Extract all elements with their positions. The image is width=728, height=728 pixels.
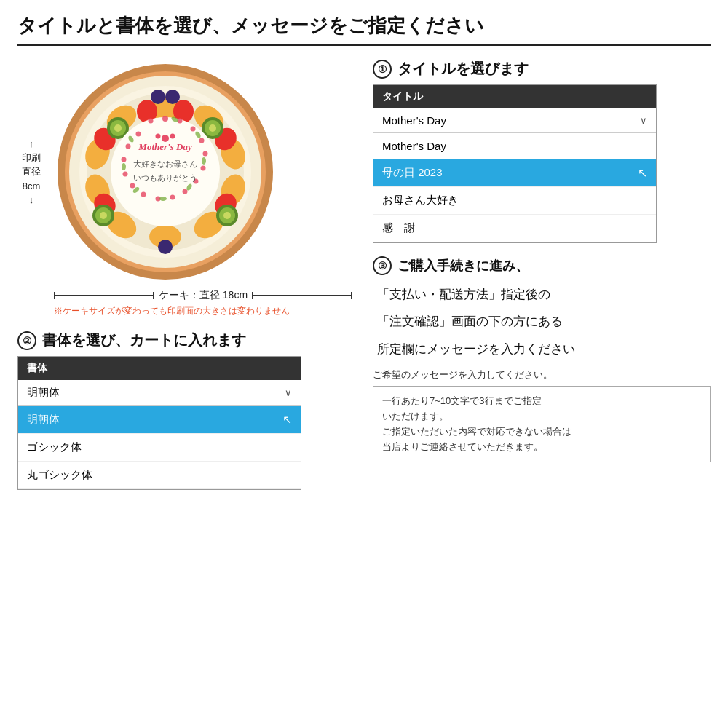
message-box-line-3: ご指定いただいた内容で対応できない場合は [382,424,701,440]
svg-point-65 [162,135,169,142]
arrow-top: ↑ [29,138,34,149]
title-dropdown-header: タイトル [373,85,656,108]
svg-point-33 [158,240,173,254]
cake-image: Mother's Day 大好きなお母さん いつもありがとう [52,59,278,285]
section3-line-1: 「支払い・配送方法」指定後の [377,281,711,308]
font-chevron-icon: ∨ [285,387,292,398]
dim-text: 印刷 直径 8cm [22,151,41,194]
section3: ③ ご購入手続きに進み、 「支払い・配送方法」指定後の 「注文確認」画面の下の方… [373,256,711,462]
cake-size-text: ケーキ：直径 18cm [159,289,248,302]
message-box-line-1: 一行あたり7~10文字で3行までご指定 [382,394,701,409]
svg-point-52 [136,132,141,137]
title-item-haha-no-hi[interactable]: 母の日 2023 ↖ [373,159,656,187]
section1-number: ① [373,60,392,79]
svg-point-51 [126,144,131,149]
svg-point-37 [162,116,168,122]
svg-point-42 [201,166,206,171]
svg-point-50 [122,157,127,162]
section3-title: ご購入手続きに進み、 [397,257,529,274]
font-item-maru-gothic-label: 丸ゴシック体 [27,468,92,480]
cake-note: ※ケーキサイズが変わっても印刷面の大きさは変わりません [54,305,352,317]
svg-point-47 [141,192,146,197]
size-line-left [54,295,154,296]
font-dropdown[interactable]: 書体 明朝体 ∨ 明朝体 ↖ ゴシック体 丸ゴシック体 [17,356,301,490]
cake-size-row: ケーキ：直径 18cm [54,289,352,302]
message-box-line-2: いただけます。 [382,409,701,424]
svg-point-67 [170,134,175,139]
font-item-gothic[interactable]: ゴシック体 [18,434,301,462]
svg-point-36 [111,117,220,226]
title-item-okasan[interactable]: お母さん大好き [373,187,656,215]
title-item-mothers-day-1[interactable]: Mother's Day [373,133,656,159]
message-box-line-4: 当店よりご連絡させていただきます。 [382,440,701,455]
svg-point-58 [159,197,167,201]
print-dimension-label: ↑ 印刷 直径 8cm ↓ [17,138,45,206]
arrow-bottom: ↓ [29,194,34,205]
cursor-icon: ↖ [282,413,292,427]
title-item-haha-label: 母の日 2023 [382,166,443,180]
svg-point-39 [191,127,196,132]
svg-point-53 [149,119,154,124]
size-line-right [252,295,352,296]
svg-text:大好きなお母さん: 大好きなお母さん [133,159,197,168]
svg-point-49 [123,172,128,177]
cake-area: ↑ 印刷 直径 8cm ↓ [17,59,352,285]
section1-header: ① タイトルを選びます [373,59,711,79]
title-dropdown[interactable]: タイトル Mother's Day ∨ Mother's Day 母の日 202… [373,84,657,243]
font-item-mincho[interactable]: 明朝体 ↖ [18,406,301,434]
svg-point-26 [209,124,216,132]
right-column: ① タイトルを選びます タイトル Mother's Day ∨ Mother's… [373,59,711,490]
title-item-kansha[interactable]: 感 謝 [373,215,656,242]
section3-number: ③ [373,256,392,275]
section2: ② 書体を選び、カートに入れます 書体 明朝体 ∨ 明朝体 ↖ ゴシック体 丸ゴ… [17,331,352,490]
font-dropdown-selected[interactable]: 明朝体 ∨ [18,380,301,406]
font-item-gothic-label: ゴシック体 [27,440,82,453]
title-item-okasan-label: お母さん大好き [382,194,459,206]
section2-header: ② 書体を選び、カートに入れます [17,331,352,350]
title-dropdown-selected[interactable]: Mother's Day ∨ [373,108,656,133]
font-item-maru-gothic[interactable]: 丸ゴシック体 [18,462,301,489]
page-title: タイトルと書体を選び、メッセージをご指定ください [17,13,711,46]
svg-point-66 [156,134,161,139]
title-cursor-icon: ↖ [638,166,647,180]
title-selected-label: Mother's Day [382,114,446,127]
font-item-mincho-label: 明朝体 [27,413,60,427]
svg-point-56 [202,157,206,165]
message-box: 一行あたり7~10文字で3行までご指定 いただけます。 ご指定いただいた内容で対… [373,386,711,462]
svg-point-34 [165,90,180,104]
title-item-label-1: Mother's Day [382,140,446,152]
section3-body: 「支払い・配送方法」指定後の 「注文確認」画面の下の方にある 所定欄にメッセージ… [377,281,711,363]
svg-point-32 [100,212,107,219]
svg-point-40 [199,138,205,143]
section1-title: タイトルを選びます [397,59,529,79]
svg-point-60 [122,163,126,170]
section2-title: 書体を選び、カートに入れます [42,331,246,350]
font-dropdown-header: 書体 [18,357,301,380]
svg-point-41 [203,151,208,157]
svg-point-38 [178,119,183,124]
svg-text:いつもありがとう: いつもありがとう [133,173,197,183]
svg-text:Mother's Day: Mother's Day [138,141,192,152]
section3-header: ③ ご購入手続きに進み、 [373,256,711,275]
svg-point-23 [114,124,122,132]
svg-point-44 [183,189,188,194]
font-selected-label: 明朝体 [27,386,60,400]
section1: ① タイトルを選びます タイトル Mother's Day ∨ Mother's… [373,59,711,243]
section3-line-2: 「注文確認」画面の下の方にある [377,308,711,335]
svg-point-48 [130,183,135,189]
title-item-kansha-label: 感 謝 [382,221,415,234]
svg-point-35 [151,90,165,104]
left-column: ↑ 印刷 直径 8cm ↓ [17,59,352,490]
section3-line-3: 所定欄にメッセージを入力ください [377,336,711,363]
title-chevron-icon: ∨ [640,115,647,126]
section2-number: ② [17,331,36,350]
svg-point-29 [223,212,231,219]
section3-sub: ご希望のメッセージを入力してください。 [373,368,711,381]
svg-point-45 [170,195,175,200]
